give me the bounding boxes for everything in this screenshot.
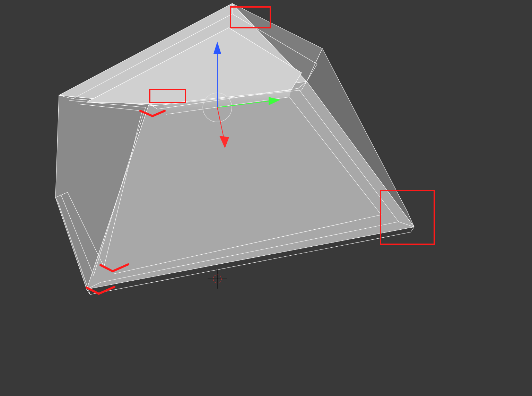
viewport-3d[interactable] (0, 0, 532, 396)
